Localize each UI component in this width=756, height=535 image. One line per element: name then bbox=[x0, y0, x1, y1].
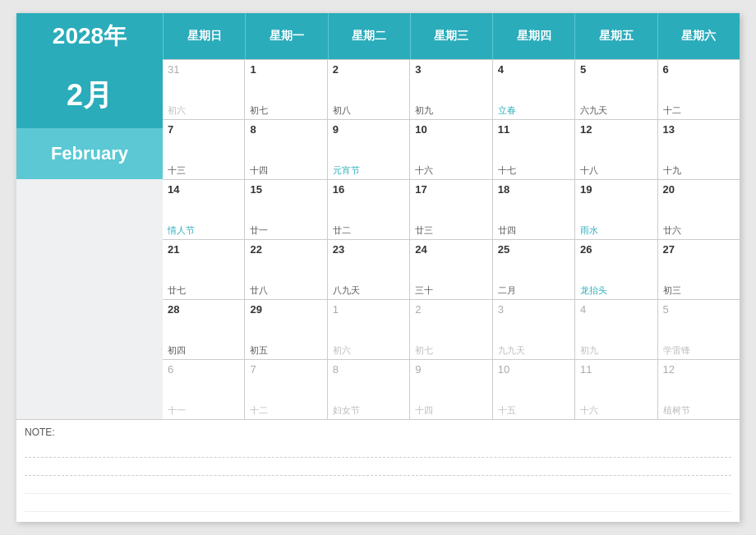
day-lunar: 十二 bbox=[250, 405, 321, 416]
day-cell: 1初七 bbox=[244, 60, 326, 119]
grid-area: 31初六1初七2初八3初九4立春5六九天6十二7十三8十四9元宵节10十六11十… bbox=[163, 59, 740, 419]
day-number: 17 bbox=[415, 183, 486, 196]
day-cell: 9元宵节 bbox=[327, 120, 409, 179]
day-cell: 23八九天 bbox=[327, 240, 409, 299]
day-lunar: 三十 bbox=[415, 285, 486, 296]
day-number: 2 bbox=[333, 63, 404, 76]
day-cell: 7十三 bbox=[163, 120, 244, 179]
day-lunar: 廿七 bbox=[168, 285, 239, 296]
day-number: 3 bbox=[498, 303, 569, 316]
day-number: 8 bbox=[333, 363, 404, 376]
day-number: 5 bbox=[663, 303, 735, 316]
day-number: 13 bbox=[663, 123, 735, 136]
day-number: 7 bbox=[250, 363, 321, 376]
week-row: 21廿七22廿八23八九天24三十25二月26龙抬头27初三 bbox=[163, 239, 740, 299]
day-cell: 2初八 bbox=[327, 60, 409, 119]
day-cell: 4初九 bbox=[574, 300, 657, 359]
day-cell: 3九九天 bbox=[492, 300, 574, 359]
day-number: 29 bbox=[250, 303, 321, 316]
day-lunar: 初六 bbox=[333, 345, 404, 356]
week-row: 7十三8十四9元宵节10十六11十七12十八13十九 bbox=[163, 119, 740, 179]
day-lunar: 初六 bbox=[168, 105, 239, 116]
day-number: 5 bbox=[580, 63, 652, 76]
day-cell: 9十四 bbox=[409, 360, 491, 419]
day-cell: 12植树节 bbox=[657, 360, 740, 419]
day-lunar: 十六 bbox=[580, 405, 652, 416]
day-number: 20 bbox=[663, 183, 735, 196]
day-cell: 11十六 bbox=[574, 360, 657, 419]
day-number: 25 bbox=[498, 243, 569, 256]
day-number: 8 bbox=[250, 123, 321, 136]
day-cell: 16廿二 bbox=[327, 180, 409, 239]
day-number: 15 bbox=[250, 183, 321, 196]
day-number: 4 bbox=[580, 303, 652, 316]
day-number: 9 bbox=[415, 363, 486, 376]
day-number: 16 bbox=[333, 183, 404, 196]
day-lunar: 十二 bbox=[663, 105, 735, 116]
day-number: 14 bbox=[168, 183, 239, 196]
calendar: 2028年 星期日星期一星期二星期三星期四星期五星期六 2月 February … bbox=[16, 13, 740, 522]
day-lunar: 龙抬头 bbox=[580, 285, 652, 296]
day-lunar: 十一 bbox=[168, 405, 239, 416]
dow-cell: 星期一 bbox=[245, 13, 327, 59]
day-number: 24 bbox=[415, 243, 486, 256]
day-lunar: 十七 bbox=[498, 165, 569, 176]
day-cell: 6十一 bbox=[163, 360, 244, 419]
day-cell: 13十九 bbox=[657, 120, 740, 179]
day-cell: 20廿六 bbox=[657, 180, 740, 239]
day-lunar: 立春 bbox=[498, 105, 569, 116]
day-number: 6 bbox=[663, 63, 735, 76]
day-lunar: 十四 bbox=[415, 405, 486, 416]
note-line-4 bbox=[25, 497, 731, 512]
dow-cell: 星期二 bbox=[328, 13, 410, 59]
day-number: 6 bbox=[168, 363, 239, 376]
day-cell: 28初四 bbox=[163, 300, 244, 359]
day-number: 27 bbox=[663, 243, 735, 256]
dow-headers: 星期日星期一星期二星期三星期四星期五星期六 bbox=[163, 13, 740, 59]
day-lunar: 九九天 bbox=[498, 345, 569, 356]
day-lunar: 廿二 bbox=[333, 225, 404, 236]
week-row: 6十一7十二8妇女节9十四10十五11十六12植树节 bbox=[163, 359, 740, 419]
day-lunar: 初四 bbox=[168, 345, 239, 356]
day-cell: 19雨水 bbox=[574, 180, 657, 239]
day-lunar: 初七 bbox=[250, 105, 321, 116]
day-cell: 26龙抬头 bbox=[574, 240, 657, 299]
day-cell: 3初九 bbox=[409, 60, 491, 119]
dow-cell: 星期五 bbox=[574, 13, 657, 59]
day-number: 11 bbox=[580, 363, 652, 376]
note-line-1 bbox=[25, 443, 731, 458]
note-section: NOTE: bbox=[16, 419, 740, 522]
day-number: 1 bbox=[250, 63, 321, 76]
day-number: 21 bbox=[168, 243, 239, 256]
day-lunar: 十九 bbox=[663, 165, 735, 176]
sidebar-bottom bbox=[16, 179, 163, 419]
day-number: 10 bbox=[415, 123, 486, 136]
day-cell: 17廿三 bbox=[409, 180, 491, 239]
day-lunar: 六九天 bbox=[580, 105, 652, 116]
day-number: 22 bbox=[250, 243, 321, 256]
day-lunar: 妇女节 bbox=[333, 405, 404, 416]
day-number: 9 bbox=[333, 123, 404, 136]
day-number: 12 bbox=[580, 123, 652, 136]
day-cell: 6十二 bbox=[657, 60, 740, 119]
note-label: NOTE: bbox=[25, 427, 731, 438]
note-line-3 bbox=[25, 479, 731, 494]
day-lunar: 廿三 bbox=[415, 225, 486, 236]
day-number: 26 bbox=[580, 243, 652, 256]
year-label: 2028年 bbox=[53, 21, 127, 52]
day-cell: 29初五 bbox=[244, 300, 326, 359]
day-cell: 27初三 bbox=[657, 240, 740, 299]
day-cell: 10十五 bbox=[492, 360, 574, 419]
day-cell: 7十二 bbox=[244, 360, 326, 419]
day-cell: 24三十 bbox=[409, 240, 491, 299]
week-row: 28初四29初五1初六2初七3九九天4初九5学雷锋 bbox=[163, 299, 740, 359]
day-lunar: 元宵节 bbox=[333, 165, 404, 176]
day-lunar: 初三 bbox=[663, 285, 735, 296]
month-en: February bbox=[16, 128, 163, 179]
year-box: 2028年 bbox=[16, 13, 163, 59]
day-number: 11 bbox=[498, 123, 569, 136]
day-lunar: 情人节 bbox=[168, 225, 239, 236]
day-cell: 21廿七 bbox=[163, 240, 244, 299]
day-cell: 18廿四 bbox=[492, 180, 574, 239]
day-number: 19 bbox=[580, 183, 652, 196]
